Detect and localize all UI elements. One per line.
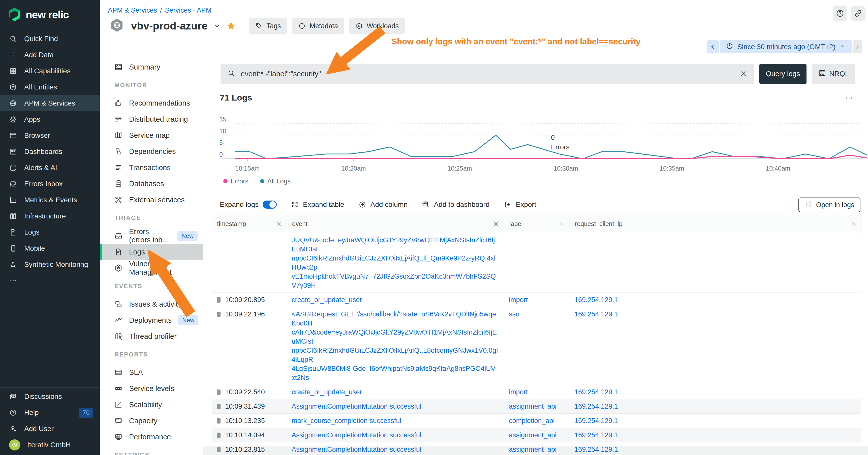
subnav-item-summary[interactable]: Summary — [100, 59, 203, 75]
workloads-button[interactable]: Workloads — [349, 18, 405, 34]
chart-menu-ellipsis-icon[interactable] — [845, 94, 854, 103]
sidebar-item-synthetic-monitoring[interactable]: Synthetic Monitoring — [0, 257, 100, 272]
sidebar-item-dashboards[interactable]: Dashboards — [0, 143, 100, 160]
row-handle[interactable] — [217, 404, 220, 409]
remove-column-icon[interactable] — [558, 221, 564, 227]
column-header-timestamp[interactable]: timestamp — [212, 215, 287, 233]
cell-event-link[interactable]: AssignmentCompletionMutation successful — [286, 399, 504, 414]
remove-column-icon[interactable] — [850, 221, 857, 227]
add-column-button[interactable]: Add column — [359, 200, 408, 208]
table-row[interactable]: 10:09:31.439AssignmentCompletionMutation… — [212, 399, 862, 414]
sidebar-item-mobile[interactable]: Mobile — [0, 240, 100, 257]
tags-button[interactable]: Tags — [249, 18, 287, 34]
query-logs-button[interactable]: Query logs — [760, 64, 806, 84]
cell-request-client-ip-link[interactable]: 169.254.129.1 — [569, 307, 862, 385]
table-row[interactable]: 10:09:22.540create_or_update_userimport1… — [212, 385, 862, 399]
sidebar-item-all-capabilities[interactable]: All Capabilities — [0, 63, 100, 79]
subnav-item-service-levels[interactable]: Service levels — [100, 381, 203, 396]
sidebar-item-help[interactable]: Help70 — [0, 404, 100, 421]
subnav-item-databases[interactable]: Databases — [100, 175, 203, 192]
sidebar-item-discussions[interactable]: Discussions — [0, 389, 100, 404]
subnav-item-distributed-tracing[interactable]: Distributed tracing — [100, 111, 203, 127]
cell-request-client-ip-link[interactable]: 169.254.129.1 — [569, 293, 862, 307]
metadata-button[interactable]: Metadata — [292, 18, 344, 34]
cell-label-link[interactable]: import — [504, 293, 569, 307]
cell-label-link[interactable]: assignment_api — [504, 399, 569, 414]
table-row[interactable]: 10:10:14.094AssignmentCompletionMutation… — [212, 428, 862, 443]
cell-label-link[interactable]: completion_api — [504, 414, 569, 428]
subnav-item-thread-profiler[interactable]: Thread profiler — [100, 328, 203, 345]
expand-logs-toggle[interactable] — [262, 200, 277, 208]
entity-chevron-down-icon[interactable] — [214, 23, 220, 29]
cell-event-link[interactable]: create_or_update_user — [286, 293, 504, 307]
cell-event-link[interactable]: mark_course_completion successful — [286, 414, 504, 428]
row-handle[interactable] — [217, 312, 220, 317]
table-row[interactable]: 10:10:23.815AssignmentCompletionMutation… — [212, 443, 862, 455]
legend-errors[interactable]: Errors — [223, 177, 248, 185]
sidebar-item-all-entities[interactable]: All Entities — [0, 79, 100, 95]
sidebar-item-apm-services[interactable]: APM & Services — [0, 95, 100, 111]
cell-event-link[interactable]: <ASGIRequest: GET '/sso/callback/?state=… — [286, 307, 504, 385]
cell-request-client-ip-link[interactable]: 169.254.129.1 — [569, 428, 862, 442]
breadcrumb-apm-services[interactable]: APM & Services — [108, 6, 157, 14]
sidebar-item-logs[interactable]: Logs — [0, 224, 100, 240]
row-handle[interactable] — [217, 390, 220, 395]
cell-request-client-ip-link[interactable]: 169.254.129.1 — [569, 399, 862, 414]
table-row[interactable]: 10:10:13.235mark_course_completion succe… — [212, 414, 862, 428]
sidebar-item-metrics-events[interactable]: Metrics & Events — [0, 192, 100, 208]
log-query-input[interactable]: event:* -"label":"security" — [220, 64, 754, 84]
row-handle[interactable] — [217, 432, 220, 438]
add-to-dashboard-button[interactable]: Add to dashboard — [422, 200, 490, 208]
remove-column-icon[interactable] — [276, 221, 282, 227]
row-handle[interactable] — [217, 447, 220, 452]
legend-all-logs[interactable]: All Logs — [260, 177, 291, 185]
cell-request-client-ip-link[interactable]: 169.254.129.1 — [569, 385, 862, 399]
subnav-item-scalability[interactable]: Scalability — [100, 396, 203, 413]
sidebar-item-apps[interactable]: Apps — [0, 111, 100, 128]
subnav-item-performance[interactable]: Performance — [100, 429, 203, 445]
nrql-button[interactable]: NRQL — [812, 64, 855, 84]
sidebar-item-add-data[interactable]: Add Data — [0, 47, 100, 63]
clear-query-icon[interactable] — [740, 70, 747, 77]
breadcrumb-services-apm[interactable]: Services - APM — [165, 6, 212, 14]
sidebar-item-errors-inbox[interactable]: Errors Inbox — [0, 176, 100, 192]
column-header-event[interactable]: event — [287, 215, 504, 233]
sidebar-item-alerts-ai[interactable]: Alerts & AI — [0, 160, 100, 176]
row-handle[interactable] — [217, 418, 220, 423]
subnav-item-transactions[interactable]: Transactions — [100, 160, 203, 175]
sidebar-item-more[interactable] — [0, 272, 100, 289]
sidebar-item-quick-find[interactable]: Quick Find — [0, 31, 100, 47]
sidebar-item-infrastructure[interactable]: Infrastructure — [0, 208, 100, 224]
sidebar-item-iterativ-gmbh[interactable]: Iterativ GmbH — [0, 437, 100, 453]
help-circle-icon[interactable] — [833, 6, 847, 21]
column-header-label[interactable]: label — [504, 215, 569, 233]
cell-label-link[interactable]: assignment_api — [504, 443, 569, 455]
subnav-item-issues-activity[interactable]: Issues & activity — [100, 296, 203, 312]
subnav-item-service-map[interactable]: Service map — [100, 127, 203, 143]
cell-label-link[interactable]: assignment_api — [504, 428, 569, 442]
cell-request-client-ip-link[interactable]: 169.254.129.1 — [569, 443, 862, 455]
time-forward-button[interactable] — [853, 40, 862, 54]
time-back-button[interactable] — [707, 40, 719, 54]
table-row[interactable]: 10:09:22.196<ASGIRequest: GET '/sso/call… — [212, 307, 862, 385]
cell-event-link[interactable]: AssignmentCompletionMutation successful — [286, 443, 504, 455]
subnav-item-recommendations[interactable]: Recommendations — [100, 95, 203, 111]
cell-label-link[interactable]: import — [504, 385, 569, 399]
cell-label-link[interactable]: sso — [504, 307, 569, 385]
cell-request-client-ip-link[interactable]: 169.254.129.1 — [569, 414, 862, 428]
subnav-item-logs[interactable]: Logs — [100, 244, 203, 260]
table-row[interactable]: 10:09:20.895create_or_update_userimport1… — [212, 293, 862, 307]
permalink-icon[interactable] — [851, 6, 866, 21]
column-header-request_client_ip[interactable]: request_client_ip — [569, 215, 862, 233]
sidebar-item-add-user[interactable]: Add User — [0, 421, 100, 437]
subnav-item-dependencies[interactable]: Dependencies — [100, 143, 203, 160]
table-row[interactable]: JUQVU&code=eyJraWQiOiJjcGltY29yZV8wOTI1M… — [212, 233, 862, 293]
expand-table-button[interactable]: Expand table — [291, 200, 344, 208]
favorite-star-icon[interactable] — [226, 21, 236, 31]
cell-event-link[interactable]: JUQVU&code=eyJraWQiOiJjcGltY29yZV8wOTI1M… — [286, 233, 504, 292]
cell-event-link[interactable]: AssignmentCompletionMutation successful — [286, 428, 504, 442]
subnav-item-errors-errors-inb[interactable]: Errors (errors inb...New — [100, 228, 203, 244]
remove-column-icon[interactable] — [493, 221, 499, 227]
row-handle[interactable] — [217, 297, 220, 302]
time-range-button[interactable]: Since 30 minutes ago (GMT+2) — [719, 40, 852, 54]
